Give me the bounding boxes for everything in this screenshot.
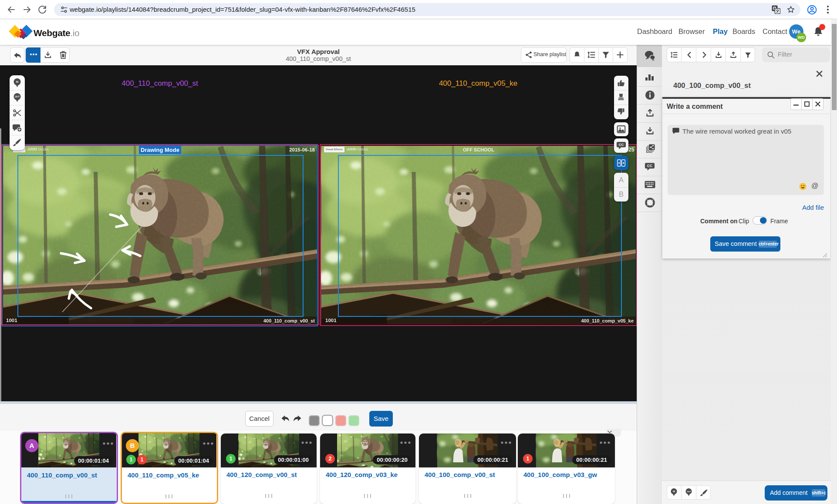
svg-text:IN: IN: [16, 81, 19, 83]
svg-text:CC: CC: [647, 164, 652, 168]
svg-text:IN: IN: [673, 491, 675, 493]
svg-text:OUT: OUT: [687, 491, 691, 493]
svg-text:OUT: OUT: [15, 95, 20, 98]
svg-text:CC: CC: [619, 143, 624, 147]
